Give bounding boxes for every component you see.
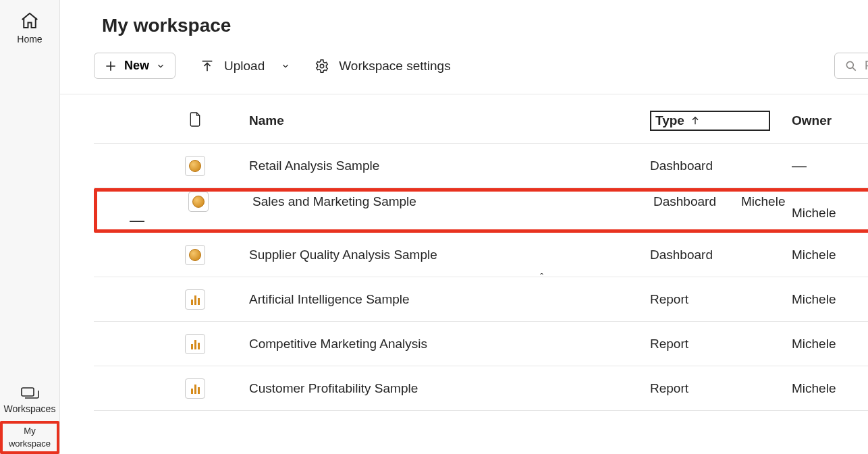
nav-home-label: Home [17, 34, 42, 45]
workspace-settings-button[interactable]: Workspace settings [315, 59, 450, 74]
table-row[interactable]: Customer Profitability SampleReportMiche… [94, 366, 868, 411]
workspaces-icon [20, 386, 40, 401]
item-type: Report [650, 292, 792, 307]
workspace-settings-label: Workspace settings [339, 59, 450, 74]
item-owner: Michele [792, 248, 868, 262]
nav-my-workspace-label-1: My [24, 426, 35, 436]
report-icon [185, 289, 205, 310]
item-name[interactable]: Customer Profitability Sample [249, 381, 650, 396]
upload-label: Upload [224, 59, 265, 74]
search-icon [844, 59, 858, 73]
nav-workspaces-label: Workspaces [4, 403, 56, 414]
filter-input[interactable] [865, 59, 868, 73]
svg-point-2 [846, 61, 853, 68]
plus-icon [104, 59, 117, 73]
table-row[interactable]: Supplier Quality Analysis SampleDashboar… [94, 233, 868, 277]
home-icon [20, 11, 40, 31]
new-button[interactable]: New [94, 53, 175, 79]
item-name[interactable]: Competitive Marketing Analysis [249, 337, 650, 351]
item-owner: — [792, 157, 868, 175]
dashboard-icon [188, 192, 209, 212]
main: My workspace New Upload [60, 0, 868, 454]
nav-my-workspace-label-2: workspace [9, 439, 51, 449]
chevron-down-icon [156, 61, 165, 71]
table-row[interactable]: Artificial Intelligence SampleReportMich… [94, 277, 868, 322]
page-title: My workspace [102, 15, 868, 36]
item-type: Dashboard [650, 159, 792, 173]
item-type: Report [650, 337, 792, 351]
nav-workspaces[interactable]: Workspaces [0, 382, 59, 421]
item-type: Report [650, 381, 792, 396]
item-name[interactable]: Retail Analysis Sample [249, 159, 650, 173]
col-name[interactable]: Name [249, 113, 650, 128]
sort-asc-icon [690, 115, 701, 126]
table-row[interactable]: Sales and Marketing SampleDashboardMiche… [97, 192, 868, 229]
item-name[interactable]: Artificial Intelligence Sample [249, 292, 650, 307]
svg-point-1 [320, 64, 324, 68]
item-owner: Michele [741, 194, 868, 209]
item-type: Dashboard [653, 194, 741, 209]
svg-rect-0 [22, 388, 34, 396]
nav-my-workspace[interactable]: My workspace [0, 421, 59, 454]
item-name[interactable]: Sales and Marketing Sample [252, 194, 653, 209]
item-owner: Michele [792, 337, 868, 351]
item-owner: Michele [792, 292, 868, 307]
file-icon [188, 111, 202, 131]
dashboard-icon [185, 156, 205, 176]
report-icon [185, 378, 205, 399]
col-type[interactable]: Type [650, 111, 792, 131]
content-table: Name Type Owner Refreshed Retail Analysi… [60, 94, 868, 411]
upload-button[interactable]: Upload [200, 59, 290, 74]
item-type: Dashboard [650, 248, 792, 262]
table-row[interactable]: Competitive Marketing AnalysisReportMich… [94, 322, 868, 366]
dashboard-icon [185, 245, 205, 265]
item-owner: Michele [792, 381, 868, 396]
highlighted-row: Sales and Marketing SampleDashboardMiche… [94, 188, 868, 233]
chevron-down-icon [281, 61, 290, 71]
col-owner[interactable]: Owner [792, 113, 868, 128]
toolbar: New Upload Workspace se [60, 36, 868, 94]
filter-input-wrapper[interactable] [834, 53, 868, 79]
sidebar: Home Workspaces My workspace [0, 0, 60, 454]
item-name[interactable]: Supplier Quality Analysis Sample [249, 248, 650, 262]
report-icon [185, 334, 205, 354]
upload-icon [200, 59, 215, 74]
col-type-label: Type [655, 113, 684, 128]
item-refreshed: — [97, 212, 144, 229]
table-header: Name Type Owner Refreshed [94, 111, 868, 144]
table-row[interactable]: Retail Analysis SampleDashboard—— [94, 144, 868, 188]
new-button-label: New [124, 59, 149, 73]
gear-icon [315, 59, 329, 74]
caret-icon: ˆ [540, 272, 543, 283]
nav-home[interactable]: Home [0, 7, 59, 51]
